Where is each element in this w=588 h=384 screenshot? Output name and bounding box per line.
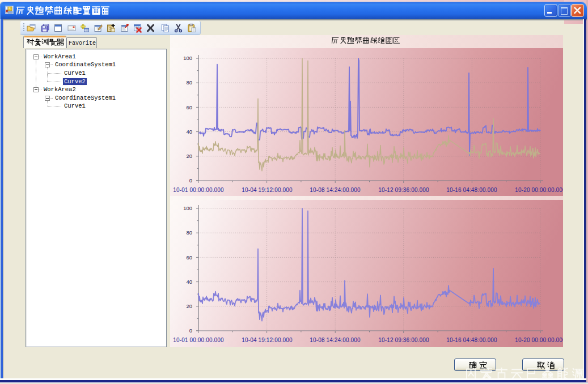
svg-text:20: 20 (186, 303, 192, 309)
svg-text:10-16 04:48:00.000: 10-16 04:48:00.000 (446, 187, 497, 193)
svg-text:80: 80 (186, 79, 192, 86)
svg-text:60: 60 (186, 104, 192, 110)
svg-text:80: 80 (186, 229, 192, 236)
svg-text:100: 100 (183, 55, 192, 61)
svg-text:60: 60 (186, 254, 192, 261)
svg-text:40: 40 (186, 279, 192, 285)
svg-text:10-04 19:12:00.000: 10-04 19:12:00.000 (242, 187, 293, 193)
svg-text:10-20 00:00:00.000: 10-20 00:00:00.000 (515, 337, 563, 343)
svg-text:10-01 00:00:00.000: 10-01 00:00:00.000 (173, 337, 224, 343)
svg-text:10-01 00:00:00.000: 10-01 00:00:00.000 (173, 187, 224, 193)
svg-text:0: 0 (189, 177, 192, 184)
svg-text:0: 0 (189, 327, 192, 334)
svg-text:10-20 00:00:00.000: 10-20 00:00:00.000 (515, 187, 563, 193)
svg-text:20: 20 (186, 153, 192, 159)
svg-text:10-08 14:24:00.000: 10-08 14:24:00.000 (310, 187, 361, 193)
svg-text:40: 40 (186, 129, 192, 135)
svg-text:10-04 19:12:00.000: 10-04 19:12:00.000 (242, 337, 293, 343)
svg-text:10-08 14:24:00.000: 10-08 14:24:00.000 (310, 337, 361, 343)
svg-text:10-12 09:36:00.000: 10-12 09:36:00.000 (378, 337, 429, 343)
svg-text:10-16 04:48:00.000: 10-16 04:48:00.000 (446, 337, 497, 343)
svg-text:10-12 09:36:00.000: 10-12 09:36:00.000 (378, 187, 429, 193)
svg-text:100: 100 (183, 205, 192, 211)
